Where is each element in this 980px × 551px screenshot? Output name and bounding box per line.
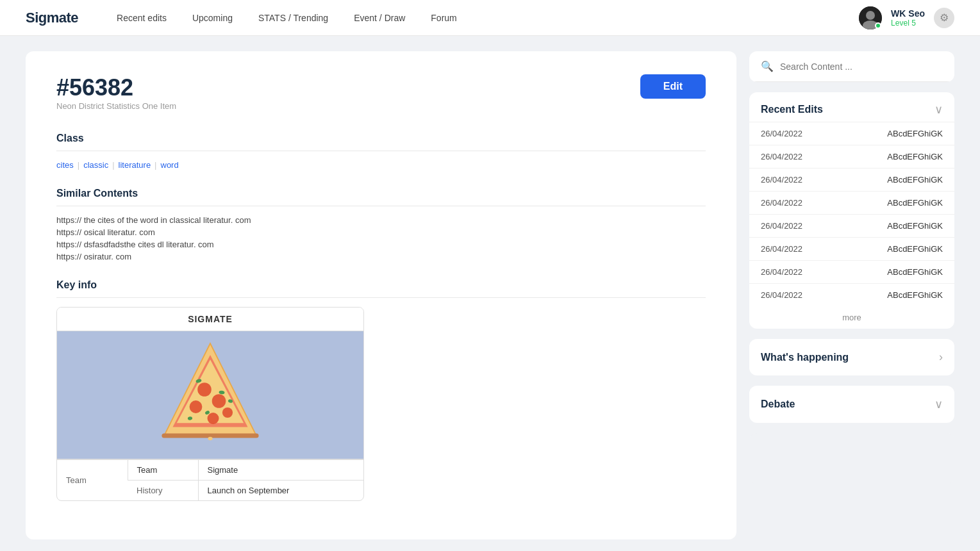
sidebar: 🔍 Recent Edits ∨ 26/04/2022 ABcdEFGhiGK … xyxy=(749,51,954,539)
similar-link-2[interactable]: https:// dsfasdfadsthe cites dl literatu… xyxy=(56,240,706,249)
sidebar-bottom-card xyxy=(749,433,954,484)
nav-upcoming[interactable]: Upcoming xyxy=(192,10,233,26)
search-icon: 🔍 xyxy=(761,60,774,72)
key-info-box: SIGMATE xyxy=(56,307,364,501)
key-info-section: Key info SIGMATE xyxy=(56,279,706,501)
edit-row-0[interactable]: 26/04/2022 ABcdEFGhiGK xyxy=(749,122,954,145)
edit-date-0: 26/04/2022 xyxy=(761,129,802,138)
edit-date-3: 26/04/2022 xyxy=(761,198,802,208)
content-id-block: #56382 Neon District Statistics One Item xyxy=(56,74,176,129)
svg-point-9 xyxy=(208,413,219,424)
whats-happening-title: What's happening xyxy=(761,352,849,363)
svg-point-6 xyxy=(197,382,212,397)
key-info-col2-value: Launch on September xyxy=(198,481,363,501)
edit-code-7: ABcdEFGhiGK xyxy=(887,290,943,300)
svg-point-17 xyxy=(208,436,212,440)
class-links: cites | classic | literature | word xyxy=(56,160,706,170)
class-divider xyxy=(56,151,706,151)
search-box: 🔍 xyxy=(749,51,954,82)
nav-forum[interactable]: Forum xyxy=(431,10,456,26)
key-info-divider xyxy=(56,297,706,298)
edit-code-5: ABcdEFGhiGK xyxy=(887,244,943,254)
similar-link-0[interactable]: https:// the cites of the word in classi… xyxy=(56,215,706,225)
page-layout: #56382 Neon District Statistics One Item… xyxy=(0,36,980,551)
edit-code-2: ABcdEFGhiGK xyxy=(887,175,943,185)
whats-happening-card: What's happening › xyxy=(749,339,954,375)
content-id: #56382 xyxy=(56,74,176,101)
recent-edits-list: 26/04/2022 ABcdEFGhiGK 26/04/2022 ABcdEF… xyxy=(749,122,954,306)
similar-contents-title: Similar Contents xyxy=(56,188,706,199)
edit-row-5[interactable]: 26/04/2022 ABcdEFGhiGK xyxy=(749,237,954,260)
nav-stats-trending[interactable]: STATS / Trending xyxy=(258,10,328,26)
pizza-icon xyxy=(153,338,268,453)
search-card: 🔍 xyxy=(749,51,954,82)
edit-button[interactable]: Edit xyxy=(640,74,706,99)
class-link-word[interactable]: word xyxy=(161,160,179,170)
class-section-title: Class xyxy=(56,133,706,144)
search-input[interactable] xyxy=(780,62,943,72)
user-name: WK Seo xyxy=(891,8,925,19)
svg-point-8 xyxy=(190,400,203,413)
table-row: Team Team Sigmate xyxy=(57,460,363,481)
similar-link-1[interactable]: https:// osical literatur. com xyxy=(56,227,706,237)
site-header: Sigmate Recent edits Upcoming STATS / Tr… xyxy=(0,0,980,36)
key-info-col2-label: History xyxy=(128,481,198,501)
edit-date-5: 26/04/2022 xyxy=(761,244,802,254)
key-info-box-title: SIGMATE xyxy=(57,308,363,331)
class-section: Class cites | classic | literature | wor… xyxy=(56,133,706,170)
edit-date-2: 26/04/2022 xyxy=(761,175,802,185)
edit-row-1[interactable]: 26/04/2022 ABcdEFGhiGK xyxy=(749,145,954,168)
class-link-literature[interactable]: literature xyxy=(119,160,151,170)
nav-recent-edits[interactable]: Recent edits xyxy=(117,10,167,26)
edit-row-3[interactable]: 26/04/2022 ABcdEFGhiGK xyxy=(749,191,954,214)
debate-collapse-icon[interactable]: ∨ xyxy=(934,397,943,411)
edit-row-4[interactable]: 26/04/2022 ABcdEFGhiGK xyxy=(749,214,954,237)
class-link-cites[interactable]: cites xyxy=(56,160,74,170)
similar-contents-section: Similar Contents https:// the cites of t… xyxy=(56,188,706,261)
class-sep-2: | xyxy=(112,160,114,170)
debate-header[interactable]: Debate ∨ xyxy=(749,386,954,423)
recent-edits-header: Recent Edits ∨ xyxy=(749,92,954,122)
edit-row-7[interactable]: 26/04/2022 ABcdEFGhiGK xyxy=(749,283,954,306)
edit-code-0: ABcdEFGhiGK xyxy=(887,129,943,138)
content-title-row: #56382 Neon District Statistics One Item… xyxy=(56,74,706,129)
whats-happening-header[interactable]: What's happening › xyxy=(749,339,954,375)
svg-point-10 xyxy=(222,407,233,417)
edit-date-6: 26/04/2022 xyxy=(761,267,802,277)
svg-point-7 xyxy=(212,394,226,408)
similar-links-list: https:// the cites of the word in classi… xyxy=(56,215,706,261)
class-sep-1: | xyxy=(78,160,79,170)
edit-row-6[interactable]: 26/04/2022 ABcdEFGhiGK xyxy=(749,260,954,283)
key-info-col1-value: Sigmate xyxy=(198,460,363,481)
key-info-title: Key info xyxy=(56,279,706,291)
edit-code-6: ABcdEFGhiGK xyxy=(887,267,943,277)
debate-title: Debate xyxy=(761,399,795,410)
edit-date-4: 26/04/2022 xyxy=(761,221,802,231)
key-info-group-label: Team xyxy=(57,460,128,501)
nav-event-draw[interactable]: Event / Draw xyxy=(354,10,405,26)
debate-card: Debate ∨ xyxy=(749,386,954,423)
user-info: WK Seo Level 5 xyxy=(891,8,925,28)
main-nav: Recent edits Upcoming STATS / Trending E… xyxy=(117,10,859,26)
recent-edits-collapse-icon[interactable]: ∨ xyxy=(934,103,943,117)
edit-code-4: ABcdEFGhiGK xyxy=(887,221,943,231)
recent-edits-title: Recent Edits xyxy=(761,104,823,115)
edit-date-1: 26/04/2022 xyxy=(761,152,802,161)
class-sep-3: | xyxy=(154,160,156,170)
class-link-classic[interactable]: classic xyxy=(83,160,108,170)
key-info-table: Team Team Sigmate History Launch on Sept… xyxy=(57,459,363,500)
edit-code-1: ABcdEFGhiGK xyxy=(887,152,943,161)
user-level: Level 5 xyxy=(891,19,925,28)
similar-link-3[interactable]: https:// osiratur. com xyxy=(56,252,706,261)
similar-divider xyxy=(56,206,706,206)
key-info-col1-label: Team xyxy=(128,460,198,481)
whats-happening-expand-icon[interactable]: › xyxy=(939,350,943,364)
more-link[interactable]: more xyxy=(749,306,954,329)
key-info-image xyxy=(57,331,363,459)
edit-row-2[interactable]: 26/04/2022 ABcdEFGhiGK xyxy=(749,168,954,191)
avatar-wrap xyxy=(859,6,882,29)
online-indicator xyxy=(875,22,881,29)
settings-icon[interactable]: ⚙ xyxy=(934,8,954,28)
recent-edits-card: Recent Edits ∨ 26/04/2022 ABcdEFGhiGK 26… xyxy=(749,92,954,329)
edit-code-3: ABcdEFGhiGK xyxy=(887,198,943,208)
